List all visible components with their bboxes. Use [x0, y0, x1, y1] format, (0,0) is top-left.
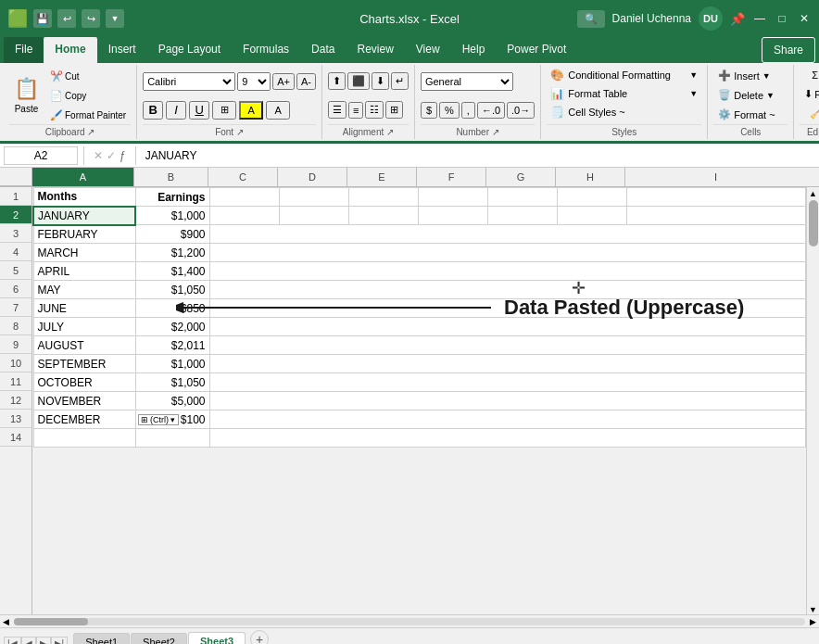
font-size-decrease-button[interactable]: A- — [296, 73, 316, 90]
font-size-select[interactable]: 9 — [237, 72, 271, 91]
tab-insert[interactable]: Insert — [97, 37, 147, 63]
cell-a11[interactable]: OCTOBER — [33, 373, 135, 392]
maximize-icon[interactable]: □ — [775, 11, 789, 26]
align-right-button[interactable]: ☷ — [365, 101, 384, 119]
minimize-icon[interactable]: — — [752, 11, 767, 26]
number-format-select[interactable]: General — [421, 72, 513, 91]
close-icon[interactable]: ✕ — [797, 11, 812, 26]
new-sheet-button[interactable]: + — [250, 630, 269, 644]
cell-a2[interactable]: JANUARY — [33, 207, 135, 225]
cell-rest-11[interactable] — [209, 373, 806, 392]
tab-share[interactable]: Share — [762, 37, 815, 63]
vertical-scrollbar[interactable]: ▲ ▼ — [806, 187, 819, 614]
sheet-tab-sheet3[interactable]: Sheet3 — [188, 632, 246, 644]
cell-b6[interactable]: $1,050 — [135, 281, 209, 299]
cell-rest-12[interactable] — [209, 392, 806, 410]
cell-rest-10[interactable] — [209, 355, 806, 373]
cell-a7[interactable]: JUNE — [33, 299, 135, 318]
align-bottom-button[interactable]: ⬇ — [372, 72, 389, 90]
scroll-thumb-v[interactable] — [809, 200, 818, 246]
alignment-expand-icon[interactable]: ↗ — [386, 127, 394, 137]
tab-page-layout[interactable]: Page Layout — [147, 37, 232, 63]
underline-button[interactable]: U — [189, 101, 209, 120]
tab-power-pivot[interactable]: Power Pivot — [496, 37, 577, 63]
sheet-nav-prev[interactable]: ◀ — [21, 637, 36, 644]
cell-b5[interactable]: $1,400 — [135, 262, 209, 281]
row-num-7[interactable]: 7 — [0, 298, 32, 317]
col-header-i[interactable]: I — [625, 168, 806, 186]
insert-button[interactable]: ➕ Insert ▼ — [713, 67, 788, 84]
tab-formulas[interactable]: Formulas — [232, 37, 300, 63]
cell-a1[interactable]: Months — [33, 188, 135, 207]
merge-cells-button[interactable]: ⊞ — [385, 101, 403, 119]
cell-e1[interactable] — [348, 188, 418, 207]
cell-a4[interactable]: MARCH — [33, 244, 135, 262]
row-num-13[interactable]: 13 — [0, 410, 32, 428]
cell-i2[interactable] — [626, 207, 806, 225]
cell-g2[interactable] — [487, 207, 557, 225]
scroll-thumb-h[interactable] — [14, 618, 88, 625]
conditional-formatting-button[interactable]: 🎨 Conditional Formatting ▼ — [547, 67, 701, 83]
align-middle-button[interactable]: ⬛ — [347, 72, 370, 90]
sheet-tab-sheet2[interactable]: Sheet2 — [131, 633, 187, 644]
col-header-a[interactable]: A — [32, 168, 134, 186]
row-num-14[interactable]: 14 — [0, 428, 32, 447]
cell-a10[interactable]: SEPTEMBER — [33, 355, 135, 373]
cell-h2[interactable] — [557, 207, 626, 225]
tab-review[interactable]: Review — [346, 37, 404, 63]
row-num-1[interactable]: 1 — [0, 187, 32, 206]
bold-button[interactable]: B — [143, 101, 163, 120]
cell-rest-3[interactable] — [209, 225, 806, 244]
paste-button[interactable]: 📋 Paste — [9, 69, 44, 122]
cell-a6[interactable]: MAY — [33, 281, 135, 299]
font-expand-icon[interactable]: ↗ — [236, 127, 244, 137]
align-left-button[interactable]: ☰ — [328, 101, 346, 119]
horizontal-scrollbar[interactable]: ◀ ▶ — [0, 614, 819, 627]
cell-rest-6[interactable] — [209, 281, 806, 299]
comma-button[interactable]: , — [461, 102, 475, 119]
col-header-e[interactable]: E — [347, 168, 417, 186]
formula-insert-function-icon[interactable]: ƒ — [120, 149, 126, 162]
cell-b2[interactable]: $1,000 — [135, 207, 209, 225]
cell-f1[interactable] — [418, 188, 487, 207]
scroll-up-button[interactable]: ▲ — [809, 189, 817, 198]
col-header-c[interactable]: C — [208, 168, 278, 186]
col-header-g[interactable]: G — [486, 168, 556, 186]
cell-b14[interactable] — [135, 429, 209, 448]
fill-color-button[interactable]: A — [239, 101, 263, 120]
delete-button[interactable]: 🗑️ Delete ▼ — [713, 86, 788, 104]
cell-e2[interactable] — [348, 207, 418, 225]
row-num-9[interactable]: 9 — [0, 335, 32, 354]
tab-data[interactable]: Data — [300, 37, 346, 63]
row-num-12[interactable]: 12 — [0, 391, 32, 410]
cell-b4[interactable]: $1,200 — [135, 244, 209, 262]
row-num-11[interactable]: 11 — [0, 373, 32, 391]
sheet-nav-last[interactable]: ▶| — [51, 637, 69, 644]
cell-d1[interactable] — [279, 188, 348, 207]
fill-button[interactable]: ⬇ Fill ▼ — [800, 85, 819, 103]
format-as-table-button[interactable]: 📊 Format Table ▼ — [547, 85, 701, 102]
font-name-select[interactable]: Calibri — [143, 72, 235, 91]
cell-rest-13[interactable] — [209, 410, 806, 429]
percent-button[interactable]: % — [439, 102, 460, 119]
cell-g1[interactable] — [487, 188, 557, 207]
cell-b11[interactable]: $1,050 — [135, 373, 209, 392]
cell-b10[interactable]: $1,000 — [135, 355, 209, 373]
cell-rest-14[interactable] — [209, 429, 806, 448]
scroll-left-button[interactable]: ◀ — [0, 617, 12, 626]
cell-styles-button[interactable]: 🗒️ Cell Styles ~ — [547, 104, 701, 120]
copy-button[interactable]: 📄Copy — [45, 87, 131, 105]
align-center-button[interactable]: ≡ — [348, 102, 363, 119]
cell-f2[interactable] — [418, 207, 487, 225]
cell-b7[interactable]: $850 — [135, 299, 209, 318]
quick-access-more[interactable]: ▼ — [106, 9, 124, 28]
clear-button[interactable]: 🧹 ▼ — [805, 105, 819, 122]
border-button[interactable]: ⊞ — [212, 101, 236, 120]
tab-file[interactable]: File — [4, 37, 44, 63]
cell-i1[interactable] — [626, 188, 806, 207]
cell-a8[interactable]: JULY — [33, 318, 135, 336]
cell-a5[interactable]: APRIL — [33, 262, 135, 281]
increase-decimal-button[interactable]: .0→ — [507, 102, 535, 119]
currency-button[interactable]: $ — [421, 102, 437, 119]
row-num-10[interactable]: 10 — [0, 354, 32, 373]
